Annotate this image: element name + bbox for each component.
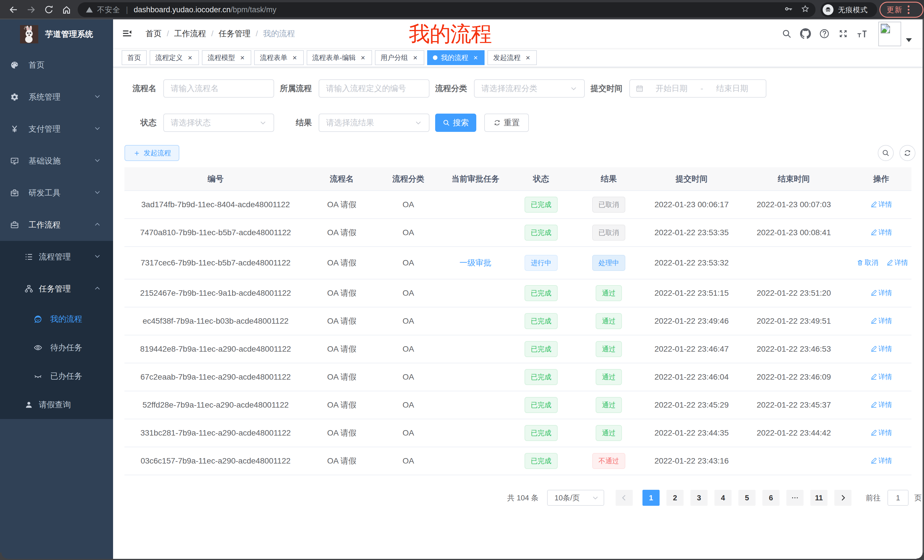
page-size-select[interactable]: 10条/页 (547, 490, 604, 506)
tab-1[interactable]: 流程定义× (150, 50, 199, 65)
sidebar-item-1[interactable]: 系统管理 (0, 81, 113, 113)
close-icon[interactable]: × (525, 54, 531, 61)
process-name-input[interactable]: 请输入流程名 (164, 79, 274, 97)
sidebar-item-0[interactable]: 首页 (0, 49, 113, 81)
hamburger-icon[interactable] (122, 28, 133, 39)
page-5-button[interactable]: 5 (738, 490, 756, 506)
tab-2[interactable]: 流程模型× (202, 50, 251, 65)
close-icon[interactable]: × (412, 54, 418, 61)
detail-button[interactable]: 详情 (870, 200, 892, 209)
table-search-button[interactable] (878, 145, 894, 161)
cell-id: 03c6c157-7b9a-11ec-a290-acde48001122 (124, 447, 307, 475)
search-button[interactable]: 搜索 (435, 114, 476, 132)
tab-7[interactable]: 发起流程× (488, 50, 537, 65)
cell-category: OA (377, 447, 440, 475)
breadcrumb-task[interactable]: 任务管理 (219, 28, 251, 39)
bookmark-star-icon[interactable] (801, 4, 810, 15)
cell-submit-time: 2022-01-22 23:49:46 (646, 307, 736, 335)
forward-icon[interactable] (23, 1, 39, 18)
prev-page-button[interactable] (616, 490, 633, 506)
page-1-button[interactable]: 1 (642, 490, 660, 506)
reload-icon[interactable] (40, 1, 57, 18)
detail-button[interactable]: 详情 (870, 344, 892, 353)
cell-task (440, 191, 511, 219)
close-icon[interactable]: × (360, 54, 366, 61)
tab-6[interactable]: 我的流程× (427, 50, 484, 65)
page-6-button[interactable]: 6 (762, 490, 780, 506)
sidebar-item-8[interactable]: 我的流程 (0, 305, 113, 333)
cell-name: OA 请假 (307, 391, 377, 419)
page-unit-label: 页 (914, 493, 922, 503)
sidebar-item-9[interactable]: 待办任务 (0, 333, 113, 362)
caret-down-icon[interactable] (905, 35, 913, 46)
close-icon[interactable]: × (472, 54, 479, 61)
sidebar-item-10[interactable]: 已办任务 (0, 362, 113, 391)
next-page-button[interactable] (834, 490, 852, 506)
detail-button[interactable]: 详情 (870, 456, 892, 465)
home-icon[interactable] (58, 1, 75, 18)
close-icon[interactable]: × (187, 54, 193, 61)
sidebar-item-11[interactable]: 请假查询 (0, 391, 113, 419)
close-icon[interactable]: × (291, 54, 298, 61)
back-icon[interactable] (5, 1, 22, 18)
page-11-button[interactable]: 11 (810, 490, 828, 506)
header-search-icon[interactable] (777, 19, 796, 48)
password-key-icon[interactable] (784, 4, 793, 15)
help-icon[interactable] (815, 19, 834, 48)
cell-id: 67c2eaab-7b9a-11ec-a290-acde48001122 (124, 363, 307, 391)
detail-button[interactable]: 详情 (870, 372, 892, 381)
category-select[interactable]: 请选择流程分类 (474, 79, 585, 97)
tab-5[interactable]: 用户分组× (375, 50, 424, 65)
page-3-button[interactable]: 3 (690, 490, 708, 506)
page-2-button[interactable]: 2 (666, 490, 684, 506)
screen: 不安全 | dashboard.yudao.iocoder.cn/bpm/tas… (0, 0, 924, 560)
avatar[interactable] (878, 22, 901, 46)
browser-menu-icon[interactable] (908, 5, 909, 14)
app-logo[interactable]: 芋道管理系统 (0, 19, 113, 49)
cell-name: OA 请假 (307, 447, 377, 475)
breadcrumb-home[interactable]: 首页 (146, 28, 162, 39)
sidebar-item-4[interactable]: 研发工具 (0, 177, 113, 209)
tags-view: 首页 流程定义× 流程模型× 流程表单× 流程表单-编辑× 用户分组× 我的流程… (113, 48, 924, 67)
sidebar-item-6[interactable]: 流程管理 (0, 241, 113, 273)
status-select[interactable]: 请选择状态 (164, 114, 274, 132)
detail-button[interactable]: 详情 (870, 288, 892, 297)
more-pages-button[interactable] (786, 490, 804, 506)
goto-page-input[interactable]: 1 (888, 490, 909, 506)
result-select[interactable]: 请选择流结果 (319, 114, 429, 132)
cell-task (440, 335, 511, 363)
detail-button[interactable]: 详情 (870, 400, 892, 409)
fullscreen-icon[interactable] (834, 19, 853, 48)
address-bar[interactable]: 不安全 | dashboard.yudao.iocoder.cn/bpm/tas… (78, 2, 816, 17)
detail-button[interactable]: 详情 (870, 228, 892, 237)
process-definition-input[interactable]: 请输入流程定义的编号 (319, 79, 429, 97)
sidebar-item-7[interactable]: 任务管理 (0, 273, 113, 305)
github-icon[interactable] (796, 19, 815, 48)
reset-button[interactable]: 重置 (484, 114, 529, 132)
cell-end-time: 2022-01-23 00:08:41 (736, 219, 851, 247)
breadcrumb-workflow[interactable]: 工作流程 (174, 28, 206, 39)
browser-update-button[interactable]: 更新 (879, 2, 923, 18)
tab-3[interactable]: 流程表单× (254, 50, 303, 65)
font-size-icon[interactable] (853, 19, 872, 48)
task-link[interactable]: 一级审批 (459, 258, 491, 267)
sidebar-item-2[interactable]: 支付管理 (0, 113, 113, 145)
cell-id: 331bc281-7b9a-11ec-a290-acde48001122 (124, 419, 307, 447)
result-tag: 通过 (596, 285, 622, 301)
create-process-button[interactable]: ＋发起流程 (124, 145, 179, 161)
cancel-button[interactable]: 取消 (856, 258, 878, 267)
sidebar-item-3[interactable]: 基础设施 (0, 145, 113, 177)
page-4-button[interactable]: 4 (714, 490, 732, 506)
url-path: /bpm/task/my (231, 5, 277, 14)
detail-button[interactable]: 详情 (870, 316, 892, 325)
tab-0[interactable]: 首页 (122, 50, 147, 65)
close-icon[interactable]: × (239, 54, 246, 61)
status-tag: 已完成 (525, 197, 558, 213)
detail-button[interactable]: 详情 (886, 258, 908, 267)
tab-4[interactable]: 流程表单-编辑× (307, 50, 372, 65)
cell-status: 已完成 (511, 307, 571, 335)
sidebar-item-5[interactable]: 工作流程 (0, 209, 113, 241)
table-refresh-button[interactable] (900, 145, 915, 161)
date-range-picker[interactable]: 开始日期-结束日期 (629, 79, 766, 97)
detail-button[interactable]: 详情 (870, 428, 892, 437)
